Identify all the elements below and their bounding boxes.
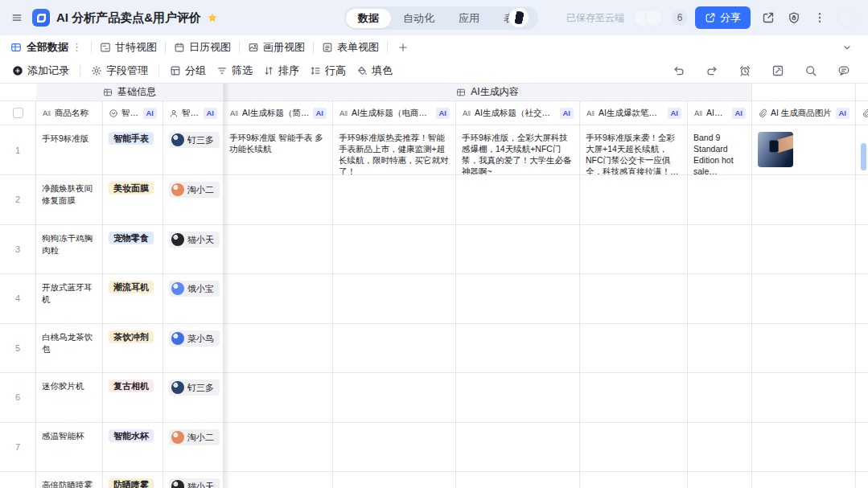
person-pill[interactable]: 淘小二 — [169, 429, 220, 445]
tag-pill[interactable]: 智能手表 — [109, 132, 154, 145]
cell-title-ecom[interactable] — [333, 324, 456, 374]
cell-smart-person[interactable]: 猫小天 — [163, 472, 224, 488]
cell-smart-tag[interactable]: 智能水杯 — [103, 423, 163, 473]
cell-title-ecom[interactable] — [333, 472, 456, 488]
vertical-scrollbar-thumb[interactable] — [861, 143, 866, 170]
tool-分组[interactable]: 分组 — [170, 64, 206, 78]
column-group-basic-info[interactable]: 基础信息 — [36, 84, 224, 101]
row-number[interactable]: 5 — [0, 324, 36, 374]
comment-icon[interactable] — [833, 60, 854, 81]
checkbox[interactable] — [13, 108, 23, 118]
cell-product-name[interactable]: 开放式蓝牙耳机 — [36, 274, 103, 324]
cell-note-content[interactable] — [580, 175, 688, 225]
cell-title-simple[interactable] — [224, 423, 333, 473]
history-icon[interactable] — [734, 60, 755, 81]
cell-smart-tag[interactable]: 智能手表 — [103, 125, 163, 175]
open-in-app-icon[interactable] — [758, 7, 779, 28]
cell-smart-tag[interactable]: 潮流耳机 — [103, 274, 163, 324]
column-header-title-social[interactable]: AI生成标题（社交平台风）AI — [456, 101, 580, 125]
column-header-extra[interactable]: A — [856, 101, 868, 125]
row-number[interactable]: 8 — [0, 472, 36, 488]
row-number[interactable]: 4 — [0, 274, 36, 324]
cell-extra[interactable] — [856, 274, 868, 324]
row-number[interactable]: 2 — [0, 175, 36, 225]
cell-title-social[interactable] — [456, 225, 580, 275]
app-logo-icon[interactable] — [32, 9, 50, 27]
column-header-note-content[interactable]: AI生成爆款笔记内容AI — [580, 101, 688, 125]
cell-note-content[interactable] — [580, 324, 688, 374]
tab-自动化[interactable]: 自动化 — [391, 9, 446, 28]
column-header-product-name[interactable]: 商品名称 — [36, 101, 103, 125]
tag-pill[interactable]: 智能水杯 — [109, 429, 154, 442]
cell-translate-title[interactable]: Band 9 Standard Edition hot sale recomme… — [688, 125, 752, 175]
tag-pill[interactable]: 美妆面膜 — [109, 182, 154, 195]
cell-smart-person[interactable]: 淘小二 — [163, 175, 224, 225]
cell-note-content[interactable] — [580, 225, 688, 275]
cell-smart-person[interactable]: 菜小鸟 — [163, 324, 224, 374]
cell-title-social[interactable] — [456, 423, 580, 473]
tag-pill[interactable]: 茶饮冲剂 — [109, 330, 154, 343]
cell-product-image[interactable] — [752, 324, 856, 374]
person-pill[interactable]: 淘小二 — [169, 182, 220, 198]
cell-title-ecom[interactable] — [333, 274, 456, 324]
chevron-down-icon[interactable] — [841, 42, 853, 53]
search-icon[interactable] — [800, 60, 821, 81]
cell-note-content[interactable] — [580, 423, 688, 473]
cell-product-image[interactable] — [752, 423, 856, 473]
tag-pill[interactable]: 复古相机 — [109, 379, 154, 392]
cell-translate-title[interactable] — [688, 324, 752, 374]
cell-product-name[interactable]: 高倍防晒喷雾SP — [36, 472, 103, 488]
avatar[interactable] — [508, 7, 529, 28]
cell-smart-tag[interactable]: 复古相机 — [103, 373, 163, 423]
tool-填色[interactable]: 填色 — [356, 64, 393, 78]
add-view-button[interactable] — [397, 42, 409, 53]
person-pill[interactable]: 钉三多 — [169, 379, 220, 396]
column-header-title-ecom[interactable]: AI生成标题（电商爆款风）AI — [333, 101, 456, 125]
cell-title-ecom[interactable] — [333, 373, 456, 423]
cell-translate-title[interactable] — [688, 225, 752, 275]
tab-数据[interactable]: 数据 — [346, 9, 391, 28]
tag-pill[interactable]: 潮流耳机 — [109, 281, 154, 293]
cell-smart-tag[interactable]: 茶饮冲剂 — [103, 324, 163, 374]
tool-筛选[interactable]: 筛选 — [216, 64, 253, 78]
tag-pill[interactable]: 防晒喷雾 — [109, 478, 154, 488]
row-number[interactable]: 6 — [0, 373, 36, 423]
cell-title-ecom[interactable] — [333, 423, 456, 473]
product-image-thumbnail[interactable] — [758, 132, 793, 167]
cell-product-name[interactable]: 狗狗冻干鸡胸肉粒 — [36, 225, 103, 275]
view-甘特视图[interactable]: 甘特视图 — [100, 40, 157, 55]
cell-title-social[interactable]: 手环9标准版，全彩大屏科技感爆棚，14天续航+NFC门禁，我真的爱了！大学生必备… — [456, 125, 580, 175]
cell-smart-person[interactable]: 饿小宝 — [163, 274, 224, 324]
person-pill[interactable]: 猫小天 — [169, 478, 220, 488]
user-avatar[interactable] — [837, 8, 857, 27]
person-pill[interactable]: 猫小天 — [169, 232, 220, 248]
cell-title-simple[interactable] — [224, 225, 333, 275]
cell-translate-title[interactable] — [688, 373, 752, 423]
cell-extra[interactable] — [856, 225, 868, 275]
cell-title-simple[interactable] — [224, 175, 333, 225]
column-header-product-image[interactable]: AI 生成商品图片AI — [752, 101, 856, 125]
cell-smart-tag[interactable]: 美妆面膜 — [103, 175, 163, 225]
cell-title-social[interactable] — [456, 472, 580, 488]
cell-title-simple[interactable]: 手环9标准版 智能手表 多功能长续航 — [224, 125, 333, 175]
cell-product-name[interactable]: 感温智能杯 — [36, 423, 103, 473]
cell-title-social[interactable] — [456, 274, 580, 324]
cell-product-name[interactable]: 白桃乌龙茶饮包 — [36, 324, 103, 374]
cell-title-social[interactable] — [456, 175, 580, 225]
cell-product-image[interactable] — [752, 472, 856, 488]
cell-title-simple[interactable] — [224, 472, 333, 488]
tool-行高[interactable]: 行高 — [310, 64, 346, 78]
cell-product-name[interactable]: 手环9标准版 — [36, 125, 103, 175]
view-表单视图[interactable]: 表单视图 — [322, 40, 379, 55]
cell-extra[interactable] — [856, 373, 868, 423]
cell-title-social[interactable] — [456, 373, 580, 423]
cell-smart-person[interactable]: 猫小天 — [163, 225, 224, 275]
favorite-star-icon[interactable] — [207, 12, 218, 23]
person-pill[interactable]: 钉三多 — [169, 132, 220, 148]
column-header-translate-title[interactable]: AI翻译标题AI — [688, 101, 752, 125]
view-日历视图[interactable]: 日历视图 — [174, 40, 231, 55]
select-all-checkbox[interactable] — [0, 101, 36, 125]
cell-note-content[interactable] — [580, 274, 688, 324]
cell-product-image[interactable] — [752, 274, 856, 324]
cell-smart-person[interactable]: 钉三多 — [163, 125, 224, 175]
